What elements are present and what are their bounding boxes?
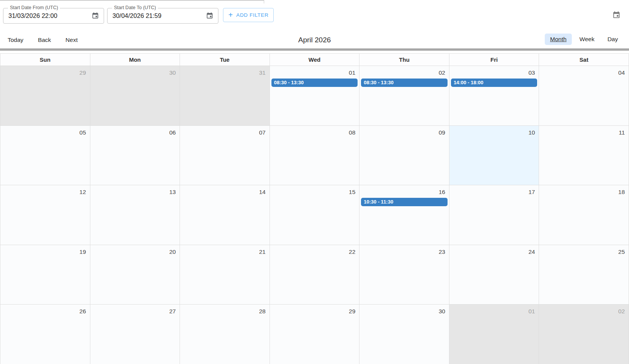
today-button[interactable]: Today: [8, 37, 23, 43]
day-cell[interactable]: 19: [0, 245, 90, 305]
day-cell[interactable]: 17: [449, 185, 539, 245]
day-cell[interactable]: 0314:00 - 18:00: [449, 66, 539, 125]
event-chip[interactable]: 08:30 - 13:30: [361, 79, 448, 87]
day-cell[interactable]: 23: [359, 245, 449, 305]
dow-header: Wed: [270, 54, 359, 66]
dow-header: Mon: [90, 54, 180, 66]
day-cell[interactable]: 10: [449, 126, 539, 185]
day-cell[interactable]: 12: [0, 185, 90, 245]
day-cell[interactable]: 02: [539, 305, 629, 364]
day-cell[interactable]: 08: [270, 126, 359, 185]
start-date-from-label: Start Date From (UTC): [8, 5, 60, 10]
day-cell[interactable]: 1610:30 - 11:30: [359, 185, 449, 245]
view-week-button[interactable]: Week: [574, 34, 600, 45]
day-cell[interactable]: 0208:30 - 13:30: [359, 66, 449, 125]
day-cell[interactable]: 31: [180, 66, 270, 125]
day-cell[interactable]: 20: [90, 245, 180, 305]
date-number: 02: [359, 66, 449, 77]
start-date-to-field[interactable]: Start Date To (UTC) 30/04/2026 21:59: [107, 8, 218, 24]
week-row: 121314151610:30 - 11:301718: [0, 185, 629, 245]
day-cell[interactable]: 15: [270, 185, 359, 245]
date-number: 17: [449, 185, 539, 197]
day-cell[interactable]: 04: [539, 66, 629, 125]
weeks: 2930310108:30 - 13:300208:30 - 13:300314…: [0, 66, 629, 364]
view-switcher: Month Week Day: [545, 34, 623, 45]
day-cell[interactable]: 27: [90, 305, 180, 364]
start-date-from-field[interactable]: Start Date From (UTC) 31/03/2026 22:00: [3, 8, 104, 24]
day-cell[interactable]: 29: [270, 305, 359, 364]
day-cell[interactable]: 13: [90, 185, 180, 245]
back-button[interactable]: Back: [38, 37, 51, 43]
date-number: 24: [449, 245, 539, 257]
day-cell[interactable]: 07: [180, 126, 270, 185]
dow-header: Tue: [180, 54, 270, 66]
date-number: 09: [359, 126, 449, 137]
day-cell[interactable]: 30: [359, 305, 449, 364]
view-month-button[interactable]: Month: [545, 34, 572, 45]
date-number: 30: [359, 305, 449, 316]
toolbar-divider: [0, 48, 629, 51]
date-number: 07: [180, 126, 270, 137]
day-cell[interactable]: 06: [90, 126, 180, 185]
week-row: 26272829300102: [0, 305, 629, 364]
calendar-icon[interactable]: [612, 11, 621, 21]
day-cell[interactable]: 18: [539, 185, 629, 245]
view-day-button[interactable]: Day: [602, 34, 623, 45]
day-cell[interactable]: 30: [90, 66, 180, 125]
day-cell[interactable]: 0108:30 - 13:30: [270, 66, 359, 125]
start-date-from-value[interactable]: 31/03/2026 22:00: [3, 8, 104, 23]
event-chip[interactable]: 10:30 - 11:30: [361, 198, 448, 206]
day-cell[interactable]: 29: [0, 66, 90, 125]
start-date-to-value[interactable]: 30/04/2026 21:59: [108, 8, 218, 23]
week-row: 2930310108:30 - 13:300208:30 - 13:300314…: [0, 66, 629, 126]
date-number: 26: [0, 305, 90, 316]
add-filter-button[interactable]: + ADD FILTER: [223, 8, 274, 22]
date-number: 21: [180, 245, 270, 257]
date-number: 19: [0, 245, 90, 257]
calendar-icon[interactable]: [206, 12, 213, 21]
date-number: 05: [0, 126, 90, 137]
day-cell[interactable]: 22: [270, 245, 359, 305]
dow-header: Sun: [0, 54, 90, 66]
page-title: April 2026: [0, 36, 629, 44]
next-button[interactable]: Next: [66, 37, 78, 43]
date-number: 06: [90, 126, 180, 137]
date-number: 30: [90, 66, 180, 77]
day-cell[interactable]: 11: [539, 126, 629, 185]
day-cell[interactable]: 14: [180, 185, 270, 245]
dow-header: Thu: [359, 54, 449, 66]
week-row: 05060708091011: [0, 126, 629, 186]
calendar-toolbar: Today Back Next April 2026: [0, 31, 629, 48]
start-date-to-label: Start Date To (UTC): [112, 5, 158, 10]
day-cell[interactable]: 05: [0, 126, 90, 185]
day-cell[interactable]: 26: [0, 305, 90, 364]
date-number: 14: [180, 185, 270, 197]
event-chip[interactable]: 14:00 - 18:00: [451, 79, 538, 87]
date-number: 12: [0, 185, 90, 197]
day-cell[interactable]: 28: [180, 305, 270, 364]
date-number: 25: [539, 245, 629, 257]
add-filter-label: ADD FILTER: [236, 12, 269, 18]
date-number: 18: [539, 185, 629, 197]
day-cell[interactable]: 21: [180, 245, 270, 305]
date-number: 16: [359, 185, 449, 197]
day-cell[interactable]: 24: [449, 245, 539, 305]
plus-icon: +: [228, 11, 233, 19]
date-number: 22: [270, 245, 359, 257]
top-divider-tick: [264, 0, 264, 3]
calendar-icon[interactable]: [91, 12, 99, 21]
date-number: 28: [180, 305, 270, 316]
calendar-page: Start Date From (UTC) 31/03/2026 22:00 S…: [0, 0, 629, 364]
date-number: 15: [270, 185, 359, 197]
day-cell[interactable]: 25: [539, 245, 629, 305]
date-number: 29: [270, 305, 359, 316]
event-chip[interactable]: 08:30 - 13:30: [271, 79, 358, 87]
day-cell[interactable]: 01: [449, 305, 539, 364]
month-grid: SunMonTueWedThuFriSat 2930310108:30 - 13…: [0, 53, 629, 364]
day-cell[interactable]: 09: [359, 126, 449, 185]
top-divider: [0, 0, 264, 1]
date-number: 03: [449, 66, 539, 77]
date-number: 02: [539, 305, 629, 316]
date-number: 01: [270, 66, 359, 77]
date-number: 27: [90, 305, 180, 316]
